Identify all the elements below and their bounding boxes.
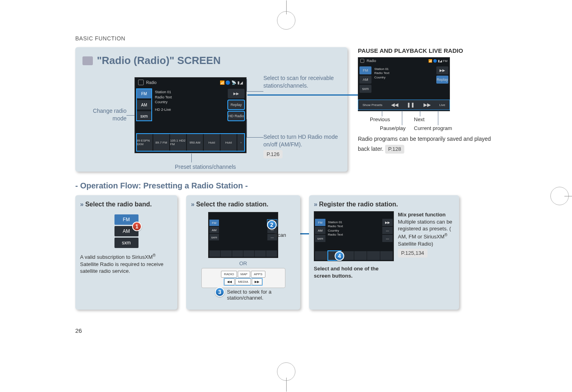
chevron-icon: » bbox=[80, 201, 82, 208]
band-button-group: FM AM sxm bbox=[114, 214, 138, 248]
step-badge-1: 1 bbox=[132, 222, 142, 231]
preset-next-icon[interactable]: › bbox=[237, 134, 245, 151]
home-icon[interactable] bbox=[138, 80, 144, 85]
band-am[interactable]: AM bbox=[136, 100, 152, 110]
or-label: OR bbox=[191, 260, 295, 266]
step-select-band: »Select the radio band. FM AM sxm 1 A va… bbox=[75, 195, 177, 310]
band-sxm[interactable]: sxm bbox=[359, 85, 371, 93]
prev-icon[interactable]: ◀◀ bbox=[391, 102, 398, 108]
band-fm[interactable]: FM bbox=[359, 66, 371, 74]
flow-arrow-to-pause bbox=[247, 94, 369, 96]
page-number: 26 bbox=[75, 327, 82, 334]
radio-screen-panel: "Radio (Radio)" SCREEN Radio 📶 🔵 📡 ▮◢ FM… bbox=[75, 47, 347, 172]
annot-scan: Select to scan for receivable stations/c… bbox=[263, 74, 339, 90]
live-button[interactable]: Live bbox=[439, 103, 445, 107]
chevron-icon: » bbox=[314, 201, 316, 208]
annot-change-mode: Change radio mode bbox=[82, 107, 126, 122]
page-ref-126: P.126 bbox=[263, 150, 283, 159]
band-fm[interactable]: FM bbox=[136, 89, 152, 98]
band-am[interactable]: AM bbox=[359, 76, 371, 84]
pause-icon[interactable]: ❚❚ bbox=[407, 102, 415, 108]
scan-label: Scan bbox=[274, 232, 286, 238]
step-badge-3: 3 bbox=[215, 287, 225, 297]
preset-row[interactable]: 99 ESPN SXM 89.7 FM 105.1 HD2 FM 950 AM … bbox=[136, 134, 245, 151]
pause-playback-section: PAUSE AND PLAYBACK LIVE RADIO Radio 📶 🔵 … bbox=[358, 47, 494, 172]
preset-1[interactable]: 99 ESPN SXM bbox=[136, 134, 153, 151]
pause-description: Radio programs can be temporarily saved … bbox=[358, 135, 494, 154]
screenshot-title: Radio bbox=[146, 80, 157, 85]
next-ff-icon[interactable]: ▶▶ bbox=[436, 66, 448, 74]
page-ref-128: P.128 bbox=[385, 145, 404, 154]
mix-preset-text: Mix preset function Multiple stations ca… bbox=[398, 211, 454, 279]
label-next: Next bbox=[414, 116, 425, 122]
radio-main-screenshot: Radio 📶 🔵 📡 ▮◢ FM AM sxm Station 01 Radi… bbox=[134, 77, 247, 153]
preset-6[interactable]: Hold bbox=[221, 134, 237, 151]
band-sxm-button[interactable]: sxm bbox=[114, 238, 138, 248]
home-icon[interactable] bbox=[360, 59, 364, 63]
step-register-station: »Register the radio station. FMAMsxm Sta… bbox=[309, 195, 459, 310]
station-info: Station 01 Radio Text Country HD 2-Live bbox=[155, 90, 172, 112]
panel-title: "Radio (Radio)" SCREEN bbox=[82, 54, 340, 67]
hw-seek-prev[interactable]: ◀◀ bbox=[224, 278, 235, 285]
page-ref-125-134: P.125,134 bbox=[398, 249, 427, 258]
preset-3[interactable]: 105.1 HD2 FM bbox=[170, 134, 186, 151]
preset-4[interactable]: 950 AM bbox=[187, 134, 203, 151]
next-icon[interactable]: ▶▶ bbox=[423, 102, 431, 108]
annot-presets: Preset stations/channels bbox=[155, 163, 255, 171]
step-select-station: »Select the radio station. FMAMsxm ▶▶ ——… bbox=[186, 195, 300, 310]
hardware-panel: RADIO MAP APPS ◀◀ MEDIA ▶▶ bbox=[201, 268, 285, 288]
hw-media-button[interactable]: MEDIA bbox=[235, 278, 251, 285]
seek-label: Select to seek for a station/channel. bbox=[227, 289, 295, 301]
hdradio-button[interactable]: HD Radio bbox=[228, 111, 245, 121]
annot-hd: Select to turn HD Radio mode on/off (AM/… bbox=[263, 133, 343, 158]
step-badge-2: 2 bbox=[267, 220, 277, 230]
step3-screenshot: FMAMsxm Station 01Radio TextCountryRadio… bbox=[314, 211, 394, 261]
operation-flow-title: - Operation Flow: Presetting a Radio Sta… bbox=[75, 181, 500, 190]
playback-controls[interactable]: Show Presets ◀◀ ❚❚ ▶▶ Live bbox=[358, 100, 450, 110]
pause-title: PAUSE AND PLAYBACK LIVE RADIO bbox=[358, 47, 494, 54]
band-column[interactable]: FM AM sxm bbox=[136, 89, 152, 121]
sirius-note: A valid subscription to SiriusXM® Satell… bbox=[80, 253, 173, 275]
radio-icon bbox=[82, 56, 93, 65]
step2-screenshot: FMAMsxm ▶▶ —— bbox=[208, 212, 278, 258]
band-sxm[interactable]: sxm bbox=[136, 111, 152, 121]
hw-radio-button[interactable]: RADIO bbox=[221, 271, 237, 278]
chevron-icon: » bbox=[191, 201, 193, 208]
step-badge-4: 4 bbox=[335, 251, 344, 261]
hw-seek-next[interactable]: ▶▶ bbox=[252, 278, 262, 285]
scan-button[interactable]: ▶▶ bbox=[228, 89, 245, 98]
label-previous: Previous bbox=[370, 116, 390, 122]
pause-screenshot: Radio 📶 🔵 ▮◢ FM FM AM sxm Station 01 Rad… bbox=[358, 57, 450, 111]
hw-apps-button[interactable]: APPS bbox=[251, 271, 265, 278]
preset-2[interactable]: 89.7 FM bbox=[153, 134, 169, 151]
replay-button[interactable]: Replay bbox=[436, 76, 448, 84]
replay-button[interactable]: Replay bbox=[228, 100, 245, 110]
section-label: BASIC FUNCTION bbox=[75, 35, 500, 42]
label-current: Current program bbox=[414, 125, 452, 131]
label-pause: Pause/play bbox=[380, 125, 405, 131]
hold-note: Select and hold one of the screen button… bbox=[314, 265, 390, 279]
preset-5[interactable]: Hold bbox=[204, 134, 220, 151]
hw-map-button[interactable]: MAP bbox=[238, 271, 250, 278]
